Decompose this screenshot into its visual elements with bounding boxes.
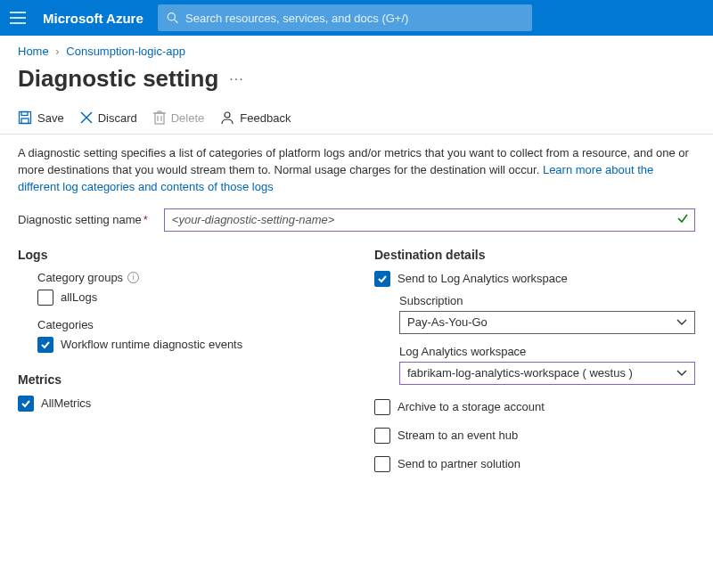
- destination-heading: Destination details: [374, 248, 695, 262]
- save-label: Save: [37, 111, 64, 125]
- allmetrics-row: AllMetrics: [18, 396, 356, 412]
- svg-rect-10: [155, 113, 164, 124]
- category-groups-label: Category groups i: [37, 271, 356, 284]
- save-icon: [18, 110, 32, 125]
- search-input[interactable]: [185, 12, 523, 25]
- subscription-select[interactable]: Pay-As-You-Go: [399, 311, 695, 334]
- breadcrumb: Home › Consumption-logic-app: [0, 36, 713, 61]
- required-asterisk: *: [143, 213, 148, 226]
- left-column: Logs Category groups i allLogs Categorie…: [18, 248, 356, 485]
- workflow-label: Workflow runtime diagnostic events: [61, 338, 242, 351]
- breadcrumb-home[interactable]: Home: [18, 45, 49, 58]
- command-bar: Save Discard Delete Feedback: [0, 105, 713, 135]
- archive-label: Archive to a storage account: [397, 400, 545, 413]
- archive-checkbox[interactable]: [374, 399, 390, 415]
- other-destinations: Archive to a storage account Stream to a…: [374, 399, 695, 472]
- alllogs-row: allLogs: [37, 290, 356, 306]
- alllogs-label: allLogs: [61, 290, 97, 304]
- metrics-heading: Metrics: [18, 372, 356, 387]
- workflow-row: Workflow runtime diagnostic events: [37, 337, 356, 353]
- stream-checkbox[interactable]: [374, 428, 390, 444]
- category-groups-text: Category groups: [37, 271, 123, 284]
- setting-name-label-text: Diagnostic setting name: [18, 213, 142, 226]
- person-icon: [220, 110, 234, 125]
- brand-label: Microsoft Azure: [43, 11, 143, 26]
- right-column: Destination details Send to Log Analytic…: [374, 248, 695, 485]
- search-icon: [167, 12, 178, 24]
- workspace-select[interactable]: fabrikam-log-analytics-workspace ( westu…: [399, 362, 695, 385]
- svg-line-4: [174, 20, 177, 23]
- title-bar: Diagnostic setting ···: [0, 61, 713, 105]
- info-icon[interactable]: i: [127, 272, 139, 283]
- categories-label: Categories: [37, 318, 356, 331]
- discard-label: Discard: [98, 111, 137, 125]
- svg-point-17: [225, 112, 230, 118]
- send-la-checkbox[interactable]: [374, 271, 390, 287]
- partner-label: Send to partner solution: [397, 457, 520, 470]
- top-bar: Microsoft Azure: [0, 0, 713, 36]
- svg-rect-7: [21, 118, 29, 124]
- partner-checkbox[interactable]: [374, 456, 390, 472]
- svg-rect-6: [21, 112, 28, 116]
- allmetrics-checkbox[interactable]: [18, 396, 34, 412]
- workspace-value: fabrikam-log-analytics-workspace ( westu…: [407, 366, 633, 380]
- setting-name-input[interactable]: <your-diagnostic-setting-name>: [164, 208, 695, 232]
- stream-row: Stream to an event hub: [374, 428, 695, 444]
- feedback-button[interactable]: Feedback: [220, 110, 291, 125]
- stream-label: Stream to an event hub: [397, 429, 518, 442]
- delete-label: Delete: [171, 111, 205, 125]
- allmetrics-label: AllMetrics: [41, 396, 91, 410]
- hamburger-icon[interactable]: [7, 7, 29, 29]
- delete-button: Delete: [153, 110, 205, 125]
- workspace-label: Log Analytics workspace: [399, 345, 695, 358]
- svg-point-3: [168, 13, 175, 20]
- more-icon[interactable]: ···: [229, 71, 243, 87]
- check-icon: [676, 212, 689, 227]
- alllogs-checkbox[interactable]: [37, 290, 53, 306]
- description-text: A diagnostic setting specifies a list of…: [0, 135, 713, 205]
- close-icon: [80, 111, 93, 124]
- subscription-label: Subscription: [399, 294, 695, 307]
- chevron-down-icon: [676, 366, 687, 380]
- setting-name-label: Diagnostic setting name*: [18, 213, 148, 226]
- setting-name-value: <your-diagnostic-setting-name>: [172, 213, 335, 226]
- la-config-block: Subscription Pay-As-You-Go Log Analytics…: [399, 294, 695, 385]
- trash-icon: [153, 110, 166, 125]
- search-box[interactable]: [158, 4, 532, 31]
- setting-name-row: Diagnostic setting name* <your-diagnosti…: [0, 205, 713, 248]
- partner-row: Send to partner solution: [374, 456, 695, 472]
- chevron-right-icon: ›: [55, 45, 59, 58]
- workflow-checkbox[interactable]: [37, 337, 53, 353]
- logs-heading: Logs: [18, 248, 356, 262]
- discard-button[interactable]: Discard: [80, 111, 137, 125]
- feedback-label: Feedback: [240, 111, 291, 125]
- save-button[interactable]: Save: [18, 110, 64, 125]
- content-columns: Logs Category groups i allLogs Categorie…: [0, 248, 713, 502]
- subscription-value: Pay-As-You-Go: [407, 315, 488, 329]
- chevron-down-icon: [676, 315, 687, 329]
- send-la-row: Send to Log Analytics workspace: [374, 271, 695, 287]
- archive-row: Archive to a storage account: [374, 399, 695, 415]
- breadcrumb-resource[interactable]: Consumption-logic-app: [66, 45, 185, 58]
- send-la-label: Send to Log Analytics workspace: [397, 272, 568, 285]
- page-title: Diagnostic setting: [18, 65, 218, 93]
